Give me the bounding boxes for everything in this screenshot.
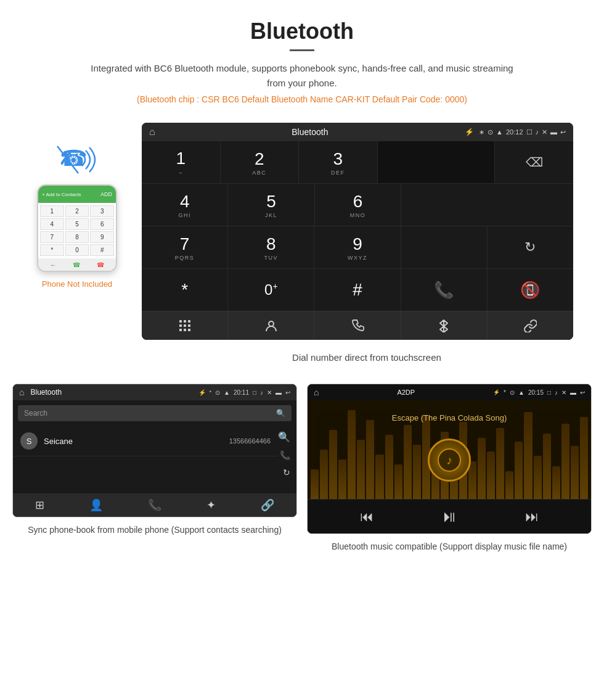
phone-key-8[interactable]: 8	[65, 231, 89, 243]
pb-empty-space	[13, 456, 278, 493]
nav-keypad[interactable]	[142, 311, 228, 340]
music-back-icon[interactable]: ↩	[580, 389, 585, 396]
key-2[interactable]: 2 ABC	[221, 141, 300, 183]
svg-rect-8	[179, 329, 182, 331]
music-x-icon[interactable]: ✕	[561, 389, 566, 396]
backspace-button[interactable]: ⌫	[495, 141, 573, 183]
phone-key-6[interactable]: 6	[90, 218, 114, 230]
pb-nav-contacts-active[interactable]: 👤	[89, 498, 103, 512]
music-vol-icon[interactable]: ♪	[555, 389, 558, 396]
phone-key-hash[interactable]: #	[90, 244, 114, 256]
phone-endcall-icon[interactable]: ☎	[97, 261, 104, 268]
pb-search-icon[interactable]: 🔍	[276, 409, 285, 418]
end-call-button[interactable]: 📵	[488, 269, 573, 311]
pb-refresh-right-icon[interactable]: ↻	[283, 467, 290, 477]
phone-key-5[interactable]: 5	[65, 218, 89, 230]
volume-icon[interactable]: ♪	[536, 128, 539, 136]
key-5[interactable]: 5 JKL	[228, 184, 314, 226]
pb-x-icon[interactable]: ✕	[267, 389, 272, 396]
bluetooth-nav-icon	[437, 319, 451, 332]
pb-contact-row[interactable]: S Seicane 13566664466	[13, 426, 278, 456]
back-icon[interactable]: ↩	[560, 128, 566, 136]
key-4[interactable]: 4 GHI	[142, 184, 228, 226]
nav-link[interactable]	[488, 311, 573, 340]
phonebook-card: ⌂ Bluetooth ⚡ * ⊙ ▲ 20:11 □ ♪ ✕ ▬ ↩ Sear…	[12, 384, 297, 553]
pb-nav-keypad[interactable]: ⊞	[35, 498, 44, 512]
key-3[interactable]: 3 DEF	[299, 141, 378, 183]
key-7[interactable]: 7 PQRS	[142, 226, 228, 268]
nav-bluetooth[interactable]	[401, 311, 488, 340]
pb-contact-name: Seicane	[44, 437, 73, 446]
music-sig-icon: ▲	[518, 389, 524, 396]
play-pause-button[interactable]: ⏯	[441, 507, 457, 526]
window-icon[interactable]: ▬	[550, 128, 557, 136]
key-1[interactable]: 1 ⌣	[142, 141, 221, 183]
refresh-button[interactable]: ↻	[488, 226, 573, 268]
phone-key-3[interactable]: 3	[90, 205, 114, 217]
next-track-button[interactable]: ⏭	[525, 509, 539, 525]
music-cam-icon[interactable]: □	[547, 389, 551, 396]
phone-key-0[interactable]: 0	[65, 244, 89, 256]
phone-key-1[interactable]: 1	[40, 205, 64, 217]
phone-key-2[interactable]: 2	[65, 205, 89, 217]
location-icon: ⊙	[488, 128, 493, 136]
nav-contacts[interactable]	[228, 311, 314, 340]
empty-cell-2	[401, 226, 488, 268]
key-9[interactable]: 9 WXYZ	[314, 226, 401, 268]
bluetooth-float-icon: ✗ ☎	[52, 141, 102, 178]
pb-call-right-icon[interactable]: 📞	[280, 450, 290, 460]
pb-nav-bt[interactable]: ✦	[206, 498, 216, 512]
title-divider	[290, 49, 314, 51]
svg-rect-5	[179, 324, 182, 327]
phone-bottom-bar: ← ☎ ☎	[38, 258, 116, 271]
pb-right-icons: 🔍 📞 ↻	[278, 426, 296, 493]
phone-mode-label: ADD	[100, 191, 112, 197]
key-6[interactable]: 6 MNO	[315, 184, 401, 226]
main-section: ✗ ☎ + Add to Contacts ADD 1	[0, 117, 604, 340]
home-icon[interactable]: ⌂	[149, 126, 155, 138]
key-8[interactable]: 8 TUV	[228, 226, 314, 268]
music-win-icon[interactable]: ▬	[570, 389, 576, 396]
pb-win-icon[interactable]: ▬	[275, 389, 282, 396]
time-display: 20:12	[506, 128, 523, 136]
pb-search-bar[interactable]: Search 🔍	[18, 405, 292, 421]
keypad-icon	[178, 319, 192, 332]
dial-status-bar: ⌂ Bluetooth ⚡ ∗ ⊙ ▲ 20:12 ☐ ♪ ✕ ▬ ↩	[142, 123, 573, 141]
keypad-row-2: 4 GHI 5 JKL 6 MNO	[142, 184, 573, 226]
key-0[interactable]: 0+	[228, 269, 314, 311]
prev-track-button[interactable]: ⏮	[360, 509, 373, 525]
music-song-name-display: Escape (The Pina Colada Song)	[383, 406, 516, 426]
svg-rect-4	[188, 320, 190, 323]
dial-bottom-nav	[142, 311, 573, 340]
camera-icon[interactable]: ☐	[526, 128, 533, 136]
phone-call-icon[interactable]: ☎	[73, 261, 80, 268]
close-icon[interactable]: ✕	[542, 128, 547, 136]
svg-text:♪: ♪	[446, 453, 452, 467]
pb-search-placeholder: Search	[24, 409, 47, 418]
phone-key-star[interactable]: *	[40, 244, 64, 256]
key-hash[interactable]: #	[314, 269, 401, 311]
key-star[interactable]: *	[142, 269, 228, 311]
dial-caption: Dial number direct from touchscreen	[129, 352, 604, 363]
svg-rect-3	[184, 320, 186, 323]
pb-nav-link[interactable]: 🔗	[261, 498, 274, 512]
music-home-icon[interactable]: ⌂	[314, 387, 319, 397]
pb-home-icon[interactable]: ⌂	[19, 387, 24, 397]
call-button[interactable]: 📞	[401, 269, 488, 311]
pb-content: S Seicane 13566664466 🔍 📞 ↻	[13, 426, 296, 493]
music-bt-icon: *	[504, 389, 506, 396]
phone-icon	[351, 319, 364, 332]
phone-key-4[interactable]: 4	[40, 218, 64, 230]
pb-sig-icon: ▲	[224, 389, 230, 396]
svg-rect-7	[188, 324, 190, 327]
phone-key-9[interactable]: 9	[90, 231, 114, 243]
pb-nav-phone[interactable]: 📞	[148, 498, 161, 512]
music-caption: Bluetooth music compatible (Support disp…	[307, 540, 592, 553]
pb-vol-icon[interactable]: ♪	[260, 389, 263, 396]
pb-search-right-icon[interactable]: 🔍	[278, 431, 290, 443]
phone-key-7[interactable]: 7	[40, 231, 64, 243]
pb-back-icon[interactable]: ↩	[285, 389, 290, 396]
nav-phone[interactable]	[314, 311, 401, 340]
keypad-row-3: 7 PQRS 8 TUV 9 WXYZ ↻	[142, 226, 573, 269]
pb-cam-icon[interactable]: □	[253, 389, 256, 396]
